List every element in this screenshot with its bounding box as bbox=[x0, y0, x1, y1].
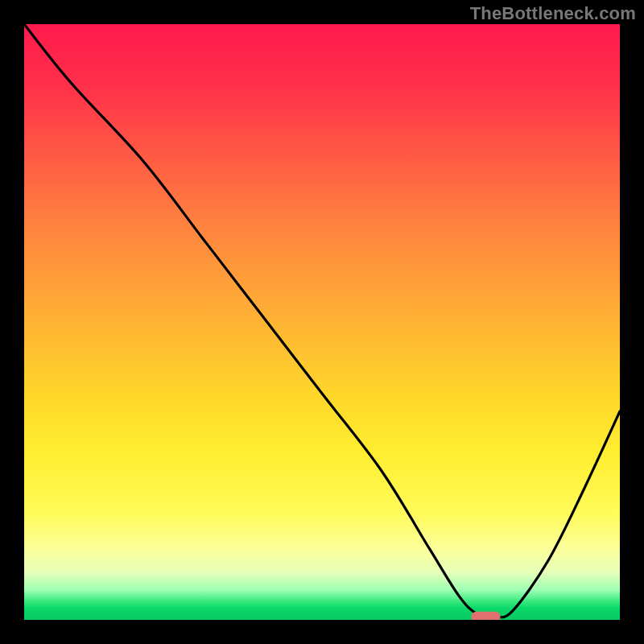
chart-frame: TheBottleneck.com bbox=[0, 0, 644, 644]
optimal-marker bbox=[472, 612, 501, 620]
watermark-text: TheBottleneck.com bbox=[470, 3, 636, 24]
bottleneck-curve bbox=[24, 24, 620, 617]
curve-svg bbox=[24, 24, 620, 620]
plot-area bbox=[24, 24, 620, 620]
